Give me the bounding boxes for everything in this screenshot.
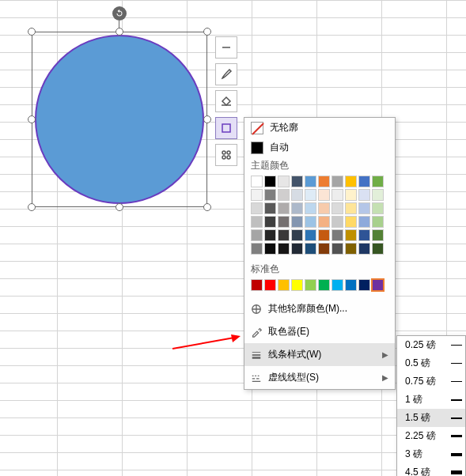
color-swatch[interactable] xyxy=(358,279,370,291)
color-swatch[interactable] xyxy=(318,229,330,241)
line-weight-option[interactable]: 4.5 磅 xyxy=(397,463,465,476)
resize-handle[interactable] xyxy=(116,203,123,211)
color-swatch[interactable] xyxy=(345,202,357,214)
color-swatch[interactable] xyxy=(305,176,316,187)
color-swatch[interactable] xyxy=(372,176,384,187)
line-weight-item[interactable]: 线条样式(W) ▶ xyxy=(244,343,395,366)
line-weight-option[interactable]: 0.75 磅 xyxy=(397,372,465,391)
color-swatch[interactable] xyxy=(305,216,316,228)
color-swatch[interactable] xyxy=(291,279,303,291)
resize-handle[interactable] xyxy=(28,203,36,211)
line-weight-option[interactable]: 2.25 磅 xyxy=(397,427,465,445)
color-swatch[interactable] xyxy=(372,229,384,241)
color-swatch[interactable] xyxy=(291,176,303,187)
color-swatch[interactable] xyxy=(291,202,303,214)
dash-type-item[interactable]: 虚线线型(S) ▶ xyxy=(244,366,395,389)
more-outline-colors-item[interactable]: 其他轮廓颜色(M)... xyxy=(244,297,395,320)
color-swatch[interactable] xyxy=(264,202,276,214)
color-swatch[interactable] xyxy=(278,229,290,241)
color-swatch[interactable] xyxy=(358,176,370,187)
color-swatch[interactable] xyxy=(358,189,370,201)
color-swatch[interactable] xyxy=(278,176,290,187)
color-swatch[interactable] xyxy=(332,243,343,255)
color-swatch[interactable] xyxy=(372,216,384,228)
color-swatch[interactable] xyxy=(291,243,303,255)
color-swatch[interactable] xyxy=(345,189,357,201)
circle-shape[interactable] xyxy=(35,35,204,204)
shape-outline-button[interactable] xyxy=(215,117,237,139)
color-swatch[interactable] xyxy=(291,229,303,241)
color-swatch[interactable] xyxy=(278,279,290,291)
eyedropper-item[interactable]: 取色器(E) xyxy=(244,320,395,343)
color-swatch[interactable] xyxy=(358,202,370,214)
color-swatch[interactable] xyxy=(251,176,263,187)
color-swatch[interactable] xyxy=(332,202,343,214)
color-swatch[interactable] xyxy=(278,243,290,255)
color-swatch[interactable] xyxy=(358,229,370,241)
color-swatch[interactable] xyxy=(251,189,263,201)
resize-handle[interactable] xyxy=(116,28,123,36)
shape-fill-button[interactable] xyxy=(215,90,237,112)
color-swatch[interactable] xyxy=(345,229,357,241)
auto-outline-item[interactable]: 自动 xyxy=(244,138,395,157)
line-weight-option[interactable]: 1 磅 xyxy=(397,391,465,409)
color-swatch[interactable] xyxy=(251,243,263,255)
color-swatch[interactable] xyxy=(345,176,357,187)
color-swatch[interactable] xyxy=(305,243,316,255)
color-swatch[interactable] xyxy=(372,189,384,201)
resize-handle[interactable] xyxy=(28,28,36,36)
color-swatch[interactable] xyxy=(251,216,263,228)
color-swatch[interactable] xyxy=(305,189,316,201)
color-swatch[interactable] xyxy=(358,216,370,228)
shape-effects-button[interactable] xyxy=(215,144,237,166)
color-swatch[interactable] xyxy=(291,216,303,228)
color-swatch[interactable] xyxy=(305,279,316,291)
color-swatch[interactable] xyxy=(372,202,384,214)
rotate-handle[interactable] xyxy=(112,6,127,21)
color-swatch[interactable] xyxy=(318,189,330,201)
color-swatch[interactable] xyxy=(278,216,290,228)
color-swatch[interactable] xyxy=(332,216,343,228)
color-swatch[interactable] xyxy=(332,176,343,187)
color-swatch[interactable] xyxy=(251,279,263,291)
collapse-button[interactable] xyxy=(215,36,237,59)
color-swatch[interactable] xyxy=(372,279,384,291)
line-weight-option[interactable]: 1.5 磅 xyxy=(397,409,465,427)
color-swatch[interactable] xyxy=(372,243,384,255)
color-swatch[interactable] xyxy=(318,216,330,228)
line-weight-option[interactable]: 0.25 磅 xyxy=(397,336,465,354)
color-swatch[interactable] xyxy=(345,243,357,255)
color-swatch[interactable] xyxy=(305,202,316,214)
resize-handle[interactable] xyxy=(203,28,211,36)
color-swatch[interactable] xyxy=(318,279,330,291)
color-swatch[interactable] xyxy=(291,189,303,201)
resize-handle[interactable] xyxy=(203,115,211,123)
color-swatch[interactable] xyxy=(332,229,343,241)
color-swatch[interactable] xyxy=(345,279,357,291)
fill-color-button[interactable] xyxy=(215,63,237,85)
color-swatch[interactable] xyxy=(251,202,263,214)
color-swatch[interactable] xyxy=(332,189,343,201)
color-swatch[interactable] xyxy=(264,176,276,187)
color-swatch[interactable] xyxy=(345,216,357,228)
color-swatch[interactable] xyxy=(278,189,290,201)
color-swatch[interactable] xyxy=(332,279,343,291)
color-swatch[interactable] xyxy=(318,176,330,187)
color-swatch[interactable] xyxy=(264,216,276,228)
line-weight-option[interactable]: 3 磅 xyxy=(397,445,465,463)
line-weight-option[interactable]: 0.5 磅 xyxy=(397,354,465,372)
no-outline-item[interactable]: 无轮廓 xyxy=(244,118,395,138)
resize-handle[interactable] xyxy=(28,115,36,123)
selected-shape[interactable] xyxy=(32,32,207,207)
color-swatch[interactable] xyxy=(305,229,316,241)
color-swatch[interactable] xyxy=(318,202,330,214)
color-swatch[interactable] xyxy=(264,189,276,201)
color-swatch[interactable] xyxy=(318,243,330,255)
color-swatch[interactable] xyxy=(278,202,290,214)
resize-handle[interactable] xyxy=(203,203,211,211)
color-swatch[interactable] xyxy=(264,279,276,291)
color-swatch[interactable] xyxy=(264,243,276,255)
color-swatch[interactable] xyxy=(264,229,276,241)
color-swatch[interactable] xyxy=(251,229,263,241)
color-swatch[interactable] xyxy=(358,243,370,255)
